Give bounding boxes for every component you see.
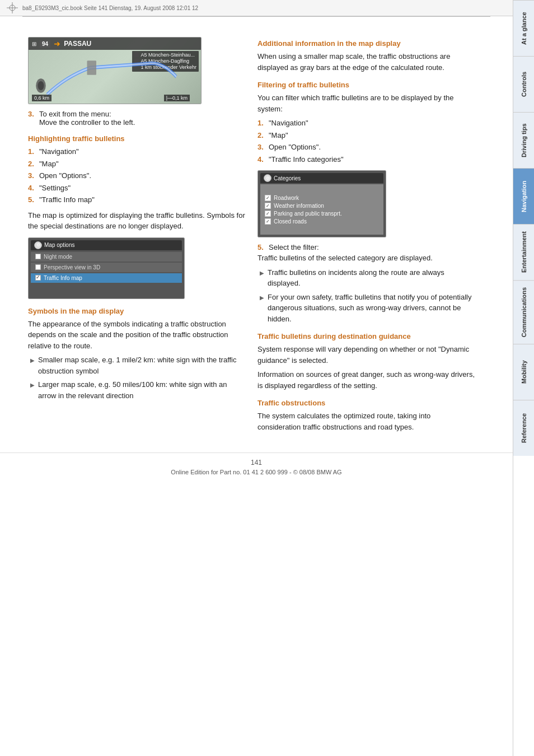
filter-step5: 5. Select the filter: xyxy=(257,243,476,251)
fil-tri-1: ▶ xyxy=(260,269,264,289)
content-columns: ⊞ 94 ➜ PASSAU A5 München-Steinhau... A5 … xyxy=(0,26,513,441)
map-options-screenshot: ⚙ Map options Night mode Perspective vie… xyxy=(28,237,185,299)
filtering-steps: 1. "Navigation" 2. "Map" 3. Open "Option… xyxy=(257,118,476,165)
traffic-obstructions-heading: Traffic obstructions xyxy=(257,399,476,407)
fil-bullet-1: ▶ Traffic bulletins on incidents along t… xyxy=(257,267,476,289)
options-title: Map options xyxy=(44,242,74,248)
fil-bullet-1-text: Traffic bulletins on incidents along the… xyxy=(268,267,476,289)
hl-step-5: 5. "Traffic Info map" xyxy=(28,194,246,206)
tab-label-entertainment: Entertainment xyxy=(521,232,527,273)
cat-item-0: ✓ Roadwork xyxy=(265,195,379,201)
cat-item-2: ✓ Parking and public transprt. xyxy=(265,211,379,217)
nav-distance1: 0,6 km xyxy=(32,95,51,101)
categories-title-bar: ⚙ Categories xyxy=(260,173,383,183)
filtering-heading: Filtering of traffic bulletins xyxy=(257,81,476,89)
categories-title: Categories xyxy=(274,175,301,181)
hl-step-4: 4. "Settings" xyxy=(28,183,246,194)
top-separator xyxy=(22,16,490,17)
tab-label-mobility: Mobility xyxy=(521,361,527,384)
nav-map-screenshot: ⊞ 94 ➜ PASSAU A5 München-Steinhau... A5 … xyxy=(28,37,202,104)
options-icon: ⚙ xyxy=(34,241,42,249)
nav-distance2: |—0,1 km xyxy=(164,95,190,101)
roadwork-label: Roadwork xyxy=(274,195,299,201)
tab-label-controls: Controls xyxy=(521,72,527,97)
symbols-bullets: ▶ Smaller map scale, e.g. 1 mile/2 km: w… xyxy=(28,354,246,401)
symbols-description: The appearance of the symbols indicating… xyxy=(28,319,246,352)
categories-icon: ⚙ xyxy=(264,174,271,182)
step5-text: Select the filter: xyxy=(269,243,319,251)
sidebar-tab-reference[interactable]: Reference xyxy=(513,400,534,456)
sidebar-tab-controls[interactable]: Controls xyxy=(513,56,534,112)
symbols-bullet-1: ▶ Smaller map scale, e.g. 1 mile/2 km: w… xyxy=(28,354,246,376)
step5-num: 5. xyxy=(257,243,266,251)
page-container: ba8_E9293M3_cic.book Seite 141 Dienstag,… xyxy=(0,0,534,756)
hl-step-1: 1. "Navigation" xyxy=(28,146,246,157)
fil-bullet-2: ▶ For your own safety, traffic bulletins… xyxy=(257,292,476,325)
step-3-text: To exit from the menu: xyxy=(39,110,135,118)
right-sidebar: At a glance Controls Driving tips Naviga… xyxy=(513,0,534,756)
dest-guidance-desc2: Information on sources of great danger, … xyxy=(257,369,476,391)
traffic-obstructions-desc: The system calculates the optimized rout… xyxy=(257,410,476,432)
destination-guidance-heading: Traffic bulletins during destination gui… xyxy=(257,332,476,340)
right-column: Additional information in the map displa… xyxy=(257,31,476,436)
hl-step-3: 3. Open "Options". xyxy=(28,170,246,181)
fil-step-3: 3. Open "Options". xyxy=(257,142,476,153)
svg-point-5 xyxy=(38,81,44,90)
filtering-description: You can filter which traffic bulletins a… xyxy=(257,92,476,114)
cat-item-1: ✓ Weather information xyxy=(265,203,379,209)
night-mode-label: Night mode xyxy=(44,254,72,260)
nav-map-area: 0,6 km |—0,1 km xyxy=(29,50,201,104)
dest-guidance-desc1: System response will vary depending on w… xyxy=(257,344,476,366)
options-item-0: Night mode xyxy=(31,252,182,262)
tab-label-communications: Communications xyxy=(521,287,527,337)
left-column: ⊞ 94 ➜ PASSAU A5 München-Steinhau... A5 … xyxy=(28,31,246,436)
options-menu-sim: ⚙ Map options Night mode Perspective vie… xyxy=(29,238,184,298)
tab-label-driving-tips: Driving tips xyxy=(521,123,527,157)
options-item-1: Perspective view in 3D xyxy=(31,263,182,272)
traffic-info-checkbox xyxy=(35,275,41,281)
page-number: 141 xyxy=(11,459,502,466)
additional-info-heading: Additional information in the map displa… xyxy=(257,39,476,48)
closed-roads-label: Closed roads xyxy=(274,218,307,225)
bullet-tri-2: ▶ xyxy=(30,381,35,401)
sidebar-tab-at-a-glance[interactable]: At a glance xyxy=(513,0,534,56)
traffic-info-label: Traffic Info map xyxy=(44,275,82,281)
weather-checkbox: ✓ xyxy=(265,203,271,209)
symbols-bullet-1-text: Smaller map scale, e.g. 1 mile/2 km: whi… xyxy=(38,354,246,376)
symbols-heading: Symbols in the map display xyxy=(28,307,246,315)
header-crosshair-left xyxy=(7,2,18,13)
header-text: ba8_E9293M3_cic.book Seite 141 Dienstag,… xyxy=(22,5,198,11)
nav-map-icon: ⊞ xyxy=(32,41,36,47)
tab-label-at-a-glance: At a glance xyxy=(521,12,527,45)
sidebar-tab-mobility[interactable]: Mobility xyxy=(513,344,534,400)
weather-label: Weather information xyxy=(274,203,324,209)
sidebar-tab-driving-tips[interactable]: Driving tips xyxy=(513,112,534,168)
highlighting-steps: 1. "Navigation" 2. "Map" 3. Open "Option… xyxy=(28,146,246,206)
step-3-subtext: Move the controller to the left. xyxy=(39,118,135,127)
footer: 141 Online Edition for Part no. 01 41 2 … xyxy=(0,452,513,481)
nav-destination: PASSAU xyxy=(64,40,91,48)
exit-step: 3. To exit from the menu: Move the contr… xyxy=(28,110,246,127)
highlighting-heading: Highlighting traffic bulletins xyxy=(28,134,246,143)
bullet-tri-1: ▶ xyxy=(30,356,35,376)
filtering-bullets: ▶ Traffic bulletins on incidents along t… xyxy=(257,267,476,325)
tab-label-reference: Reference xyxy=(521,413,527,443)
sidebar-tab-communications[interactable]: Communications xyxy=(513,280,534,344)
svg-rect-3 xyxy=(87,60,97,75)
additional-info-description: When using a smaller map scale, the traf… xyxy=(257,51,476,73)
fil-tri-2: ▶ xyxy=(260,293,264,325)
perspective-label: Perspective view in 3D xyxy=(44,264,100,270)
symbols-bullet-2: ▶ Larger map scale, e.g. 50 miles/100 km… xyxy=(28,379,246,401)
closed-roads-checkbox: ✓ xyxy=(265,218,271,225)
nav-speed-box: 94 xyxy=(40,40,50,48)
roadwork-checkbox: ✓ xyxy=(265,195,271,201)
sidebar-tab-navigation[interactable]: Navigation xyxy=(513,168,534,224)
nav-map-header: ⊞ 94 ➜ PASSAU xyxy=(29,38,201,50)
options-title-bar: ⚙ Map options xyxy=(31,240,182,250)
hl-step-2: 2. "Map" xyxy=(28,158,246,170)
sidebar-tab-entertainment[interactable]: Entertainment xyxy=(513,224,534,280)
footer-text: Online Edition for Part no. 01 41 2 600 … xyxy=(171,469,341,475)
perspective-checkbox xyxy=(35,264,41,270)
cat-item-3: ✓ Closed roads xyxy=(265,218,379,225)
fil-step-4: 4. "Traffic Info categories" xyxy=(257,154,476,165)
